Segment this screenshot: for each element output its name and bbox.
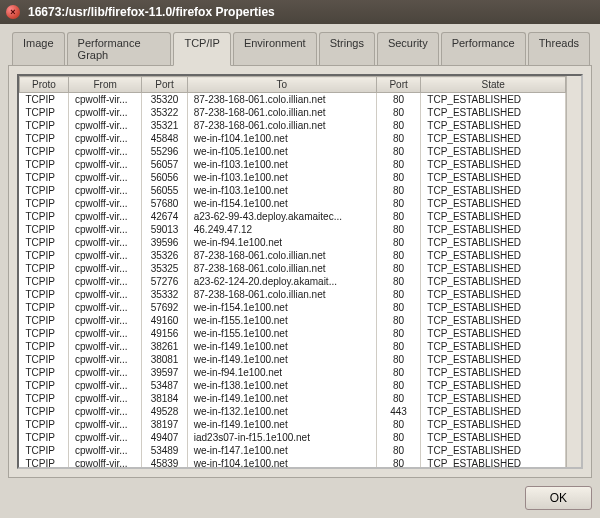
table-row[interactable]: TCPIPcpwolff-vir...49528we-in-f132.1e100…: [20, 405, 566, 418]
cell-state: TCP_ESTABLISHED: [421, 379, 566, 392]
cell-from: cpwolff-vir...: [68, 314, 141, 327]
cell-port2: 80: [376, 262, 420, 275]
table-row[interactable]: TCPIPcpwolff-vir...3532287-238-168-061.c…: [20, 106, 566, 119]
cell-from: cpwolff-vir...: [68, 236, 141, 249]
cell-state: TCP_ESTABLISHED: [421, 171, 566, 184]
cell-to: we-in-f103.1e100.net: [187, 158, 376, 171]
cell-to: we-in-f149.1e100.net: [187, 418, 376, 431]
th-state[interactable]: State: [421, 77, 566, 93]
cell-from: cpwolff-vir...: [68, 301, 141, 314]
table-row[interactable]: TCPIPcpwolff-vir...56055we-in-f103.1e100…: [20, 184, 566, 197]
cell-proto: TCPIP: [20, 145, 69, 158]
table-row[interactable]: TCPIPcpwolff-vir...57680we-in-f154.1e100…: [20, 197, 566, 210]
table-row[interactable]: TCPIPcpwolff-vir...56056we-in-f103.1e100…: [20, 171, 566, 184]
cell-port2: 80: [376, 119, 420, 132]
cell-to: we-in-f103.1e100.net: [187, 171, 376, 184]
cell-proto: TCPIP: [20, 379, 69, 392]
cell-port1: 38081: [142, 353, 187, 366]
table-row[interactable]: TCPIPcpwolff-vir...3532087-238-168-061.c…: [20, 93, 566, 107]
th-from[interactable]: From: [68, 77, 141, 93]
cell-port2: 80: [376, 158, 420, 171]
cell-port1: 49160: [142, 314, 187, 327]
cell-proto: TCPIP: [20, 262, 69, 275]
table-row[interactable]: TCPIPcpwolff-vir...3532587-238-168-061.c…: [20, 262, 566, 275]
table-row[interactable]: TCPIPcpwolff-vir...38081we-in-f149.1e100…: [20, 353, 566, 366]
tab-tcpip[interactable]: TCP/IP: [173, 32, 230, 66]
cell-state: TCP_ESTABLISHED: [421, 418, 566, 431]
cell-from: cpwolff-vir...: [68, 184, 141, 197]
cell-port1: 49156: [142, 327, 187, 340]
cell-from: cpwolff-vir...: [68, 249, 141, 262]
table-row[interactable]: TCPIPcpwolff-vir...53489we-in-f147.1e100…: [20, 444, 566, 457]
cell-port2: 80: [376, 93, 420, 107]
cell-port1: 35321: [142, 119, 187, 132]
table-header-row: Proto From Port To Port State: [20, 77, 566, 93]
table-row[interactable]: TCPIPcpwolff-vir...39596we-in-f94.1e100.…: [20, 236, 566, 249]
th-port-remote[interactable]: Port: [376, 77, 420, 93]
cell-state: TCP_ESTABLISHED: [421, 106, 566, 119]
cell-from: cpwolff-vir...: [68, 288, 141, 301]
tab-image[interactable]: Image: [12, 32, 65, 65]
cell-port2: 80: [376, 327, 420, 340]
cell-port2: 80: [376, 457, 420, 467]
table-row[interactable]: TCPIPcpwolff-vir...57692we-in-f154.1e100…: [20, 301, 566, 314]
ok-button[interactable]: OK: [525, 486, 592, 510]
table-row[interactable]: TCPIPcpwolff-vir...3532187-238-168-061.c…: [20, 119, 566, 132]
cell-state: TCP_ESTABLISHED: [421, 184, 566, 197]
cell-from: cpwolff-vir...: [68, 379, 141, 392]
cell-port2: 80: [376, 210, 420, 223]
tab-environment[interactable]: Environment: [233, 32, 317, 65]
close-icon[interactable]: ×: [6, 5, 20, 19]
cell-to: we-in-f94.1e100.net: [187, 366, 376, 379]
table-frame: Proto From Port To Port State TCPIPcpwol…: [17, 74, 583, 469]
cell-to: we-in-f154.1e100.net: [187, 197, 376, 210]
cell-proto: TCPIP: [20, 106, 69, 119]
table-row[interactable]: TCPIPcpwolff-vir...42674a23-62-99-43.dep…: [20, 210, 566, 223]
tab-performance-graph[interactable]: Performance Graph: [67, 32, 172, 65]
table-row[interactable]: TCPIPcpwolff-vir...3532687-238-168-061.c…: [20, 249, 566, 262]
table-row[interactable]: TCPIPcpwolff-vir...49407iad23s07-in-f15.…: [20, 431, 566, 444]
table-row[interactable]: TCPIPcpwolff-vir...3533287-238-168-061.c…: [20, 288, 566, 301]
tab-security[interactable]: Security: [377, 32, 439, 65]
table-row[interactable]: TCPIPcpwolff-vir...49160we-in-f155.1e100…: [20, 314, 566, 327]
cell-state: TCP_ESTABLISHED: [421, 288, 566, 301]
table-row[interactable]: TCPIPcpwolff-vir...53487we-in-f138.1e100…: [20, 379, 566, 392]
cell-port2: 80: [376, 249, 420, 262]
table-row[interactable]: TCPIPcpwolff-vir...49156we-in-f155.1e100…: [20, 327, 566, 340]
cell-port1: 56057: [142, 158, 187, 171]
cell-to: 87-238-168-061.colo.illian.net: [187, 262, 376, 275]
cell-proto: TCPIP: [20, 236, 69, 249]
th-to[interactable]: To: [187, 77, 376, 93]
cell-proto: TCPIP: [20, 314, 69, 327]
cell-port1: 38184: [142, 392, 187, 405]
cell-state: TCP_ESTABLISHED: [421, 366, 566, 379]
table-row[interactable]: TCPIPcpwolff-vir...38197we-in-f149.1e100…: [20, 418, 566, 431]
cell-from: cpwolff-vir...: [68, 457, 141, 467]
cell-state: TCP_ESTABLISHED: [421, 457, 566, 467]
cell-state: TCP_ESTABLISHED: [421, 145, 566, 158]
tab-threads[interactable]: Threads: [528, 32, 590, 65]
cell-port1: 45848: [142, 132, 187, 145]
tab-performance[interactable]: Performance: [441, 32, 526, 65]
cell-port1: 45839: [142, 457, 187, 467]
table-row[interactable]: TCPIPcpwolff-vir...56057we-in-f103.1e100…: [20, 158, 566, 171]
table-row[interactable]: TCPIPcpwolff-vir...57276a23-62-124-20.de…: [20, 275, 566, 288]
table-row[interactable]: TCPIPcpwolff-vir...38261we-in-f149.1e100…: [20, 340, 566, 353]
cell-from: cpwolff-vir...: [68, 210, 141, 223]
cell-port1: 38261: [142, 340, 187, 353]
table-row[interactable]: TCPIPcpwolff-vir...55296we-in-f105.1e100…: [20, 145, 566, 158]
cell-proto: TCPIP: [20, 431, 69, 444]
tab-strings[interactable]: Strings: [319, 32, 375, 65]
table-row[interactable]: TCPIPcpwolff-vir...39597we-in-f94.1e100.…: [20, 366, 566, 379]
table-row[interactable]: TCPIPcpwolff-vir...38184we-in-f149.1e100…: [20, 392, 566, 405]
th-proto[interactable]: Proto: [20, 77, 69, 93]
table-row[interactable]: TCPIPcpwolff-vir...5901346.249.47.1280TC…: [20, 223, 566, 236]
connections-table: Proto From Port To Port State TCPIPcpwol…: [19, 76, 566, 467]
cell-proto: TCPIP: [20, 249, 69, 262]
table-scroll[interactable]: Proto From Port To Port State TCPIPcpwol…: [19, 76, 566, 467]
table-row[interactable]: TCPIPcpwolff-vir...45848we-in-f104.1e100…: [20, 132, 566, 145]
th-port-local[interactable]: Port: [142, 77, 187, 93]
vertical-scrollbar[interactable]: [566, 76, 581, 467]
cell-to: we-in-f155.1e100.net: [187, 327, 376, 340]
table-row[interactable]: TCPIPcpwolff-vir...45839we-in-f104.1e100…: [20, 457, 566, 467]
